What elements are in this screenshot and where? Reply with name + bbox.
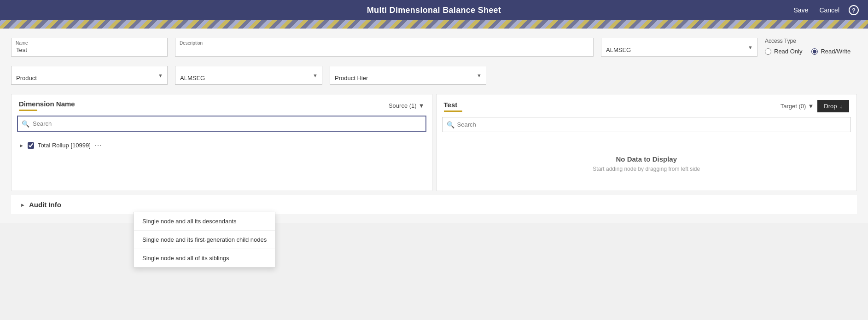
audit-info-label: Audit Info [29,201,61,209]
header-actions: Save Cancel ? [792,5,859,15]
left-panel-controls: Source (1) ▼ [389,102,425,109]
left-search-icon: 🔍 [22,120,29,128]
right-search-input[interactable] [442,117,851,132]
hierarchy-select-wrapper: Product Hier ▼ [330,66,486,85]
dimension-select-wrapper: Product ▼ [11,66,168,85]
source-button[interactable]: Source (1) ▼ [389,102,425,109]
hierarchy-select[interactable]: Product Hier [330,66,486,85]
target-button[interactable]: Target (0) ▼ [781,103,814,110]
right-search-icon: 🔍 [447,121,454,128]
folder-select-wrapper: ALMSEG ▼ [601,38,757,57]
cancel-button[interactable]: Cancel [817,6,841,15]
source-label: Source (1) [389,102,417,109]
page-title: Multi Dimensional Balance Sheet [367,6,501,15]
app-header: Multi Dimensional Balance Sheet Save Can… [0,0,868,20]
name-field-group: Name [11,38,168,57]
table-section: Dimension Name Source (1) ▼ 🔍 ► [11,94,857,191]
context-dropdown-menu: Single node and all its descendants Sing… [134,212,275,223]
folder2-select[interactable]: ALMSEG [175,66,322,85]
left-panel-title-group: Dimension Name [19,100,75,111]
access-type-section: Access Type Read Only Read/Write [765,38,857,55]
main-content: Name Description Folder ALMSEG ▼ Access … [0,29,868,223]
right-panel-underline [444,111,462,112]
decorative-stripe [0,20,868,29]
target-label: Target (0) [781,103,806,110]
tree-expand-icon[interactable]: ► [19,143,24,148]
access-type-options: Read Only Read/Write [765,48,857,55]
form-row-2: Dimension Product ▼ Folder ALMSEG ▼ Hier… [11,66,857,85]
drop-button[interactable]: Drop ↓ [817,100,849,112]
no-data-area: No Data to Display Start adding node by … [437,137,857,191]
tree-area: ► Total Rollup [10999] ⋯ [12,136,432,154]
right-panel-header: Test Target (0) ▼ Drop ↓ [437,94,857,112]
name-input[interactable] [11,38,168,57]
form-row-1: Name Description Folder ALMSEG ▼ Access … [11,38,857,57]
left-panel: Dimension Name Source (1) ▼ 🔍 ► [11,94,432,191]
folder2-select-wrapper: ALMSEG ▼ [175,66,322,85]
read-only-label: Read Only [774,48,802,55]
dimension-field-group: Dimension Product ▼ [11,66,168,85]
read-only-radio[interactable] [765,48,771,55]
drop-label: Drop [824,103,837,110]
tree-node: ► Total Rollup [10999] ⋯ [17,138,426,152]
read-write-option[interactable]: Read/Write [811,48,851,55]
left-panel-title: Dimension Name [19,100,75,108]
right-search-wrapper: 🔍 [442,117,851,132]
folder2-field-group: Folder ALMSEG ▼ [175,66,322,85]
no-data-title: No Data to Display [616,155,677,163]
folder-field-group: Folder ALMSEG ▼ [601,38,757,57]
right-panel: Test Target (0) ▼ Drop ↓ 🔍 [436,94,857,191]
tree-node-options-icon[interactable]: ⋯ [94,141,103,150]
dimension-select[interactable]: Product [11,66,168,85]
read-only-option[interactable]: Read Only [765,48,802,55]
source-chevron-icon: ▼ [419,102,425,109]
read-write-label: Read/Write [821,48,851,55]
read-write-radio[interactable] [811,48,818,55]
audit-info-section[interactable]: ► Audit Info [11,195,857,214]
help-icon[interactable]: ? [849,5,859,15]
target-chevron-icon: ▼ [808,103,814,110]
folder-select[interactable]: ALMSEG [601,38,757,57]
right-panel-controls: Target (0) ▼ Drop ↓ [781,100,849,112]
left-search-input[interactable] [17,116,426,132]
description-field-group: Description [175,38,594,57]
left-search-wrapper: 🔍 [17,116,426,132]
access-type-label: Access Type [765,38,857,44]
right-panel-title-group: Test [444,101,462,112]
right-panel-title: Test [444,101,462,109]
tree-node-checkbox[interactable] [28,142,34,149]
left-panel-underline [19,110,37,111]
dropdown-item-descendants[interactable]: Single node and all its descendants [134,212,275,223]
description-input[interactable] [175,38,594,57]
tree-node-label: Total Rollup [10999] [38,142,91,149]
left-panel-header: Dimension Name Source (1) ▼ [12,94,432,111]
audit-expand-icon: ► [20,202,25,208]
save-button[interactable]: Save [792,6,810,15]
hierarchy-field-group: Hierarchy Product Hier ▼ [330,66,486,85]
drop-icon: ↓ [840,103,843,110]
no-data-subtitle: Start adding node by dragging from left … [593,166,700,172]
